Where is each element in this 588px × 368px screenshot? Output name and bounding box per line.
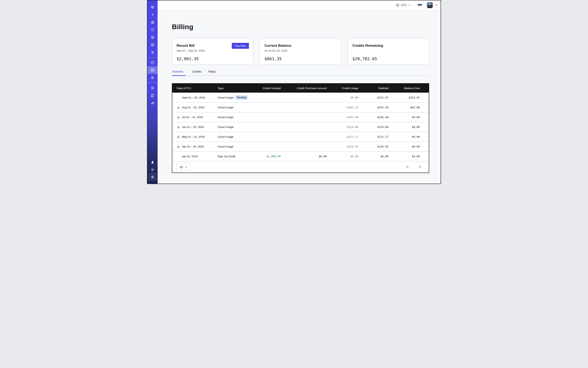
table-row: Sept 01 – 30, 2024 Cloud Usage Pending $…: [172, 93, 429, 102]
download-invoice-button[interactable]: [177, 135, 180, 138]
topbar: UTC: [158, 0, 441, 10]
download-invoice-button[interactable]: [177, 116, 180, 119]
invoice-type: Cloud Usage: [217, 135, 234, 138]
balance-due-value: $315.97: [389, 96, 420, 99]
recent-bill-card: Recent Bill Sep 01 – Sep 30, 2025 $2,061…: [172, 38, 253, 65]
user-avatar[interactable]: [427, 2, 433, 8]
invoice-date: Sept 01 – 30, 2024: [182, 96, 205, 99]
balance-due-value: $0.00: [389, 155, 420, 158]
table-row: Apr 01, 2024 Sign Up Credit $1,000.00 $0…: [172, 151, 429, 161]
balance-due-value: $42.88: [389, 106, 420, 109]
pay-now-button[interactable]: Pay Now: [232, 43, 249, 49]
sidebar-item-insights[interactable]: [147, 18, 158, 26]
app-logo-icon: [147, 3, 158, 11]
invoice-date: Jun 01 – 30, 2024: [182, 125, 204, 129]
page-title: Billing: [172, 23, 429, 31]
credit-usage-value: $0.00: [327, 96, 358, 99]
invoice-date: Aug 01 – 31, 2024: [182, 106, 204, 109]
pagination-bar: 10: [172, 161, 429, 173]
table-row: Apr 01 – 30, 2024 Cloud Usage -$126.45 $…: [172, 142, 429, 151]
card-subtitle: [353, 49, 425, 53]
previous-page-button[interactable]: [406, 165, 410, 169]
balance-due-value: $0.00: [389, 135, 420, 138]
invoice-type: Cloud Usage: [217, 106, 234, 109]
sidebar-item-settings[interactable]: [147, 74, 158, 81]
account-menu-button[interactable]: [435, 4, 438, 7]
column-header: Balance Due: [389, 87, 420, 90]
chevron-down-icon: [408, 4, 411, 7]
credits-remaining-amount: $29,782.65: [353, 56, 425, 61]
billing-tabs: Invoices Credits Plans: [172, 70, 429, 76]
tab-plans[interactable]: Plans: [208, 70, 216, 75]
credits-promo-button[interactable]: [149, 173, 156, 181]
credit-usage-value: $0.00: [327, 155, 358, 158]
tab-invoices[interactable]: Invoices: [172, 70, 186, 75]
timezone-label: UTC: [401, 3, 407, 7]
table-header-row: Date (UTC)TypeCredit GrantedCredit Purch…: [172, 84, 429, 93]
chevron-down-icon: [185, 166, 188, 168]
balance-due-value: $0.00: [389, 145, 420, 148]
sidebar-item-launch[interactable]: [147, 99, 158, 107]
credit-usage-value: -$126.45: [327, 145, 358, 148]
chevron-down-icon: [435, 4, 438, 7]
sidebar-item-usage[interactable]: [147, 59, 158, 66]
table-row: Aug 01 – 31, 2024 Cloud Usage -$282.22 $…: [172, 102, 429, 112]
table-row: May 01 – 31, 2024 Cloud Usage -$121.17 $…: [172, 132, 429, 142]
sidebar-item-layers[interactable]: [147, 33, 158, 41]
column-header: Date (UTC): [177, 87, 217, 90]
sidebar-item-labs[interactable]: [147, 158, 158, 166]
download-invoice-button[interactable]: [177, 125, 180, 129]
balance-due-value: $0.00: [389, 116, 420, 119]
subtotal-value: $121.17: [358, 135, 389, 138]
credit-granted-value: $1,000.00: [254, 155, 281, 158]
invoice-date: Apr 01, 2024: [182, 155, 198, 158]
sidebar: [147, 0, 158, 184]
column-header: Credit Granted: [254, 87, 281, 90]
download-invoice-button[interactable]: [177, 145, 180, 148]
reader-mode-button[interactable]: [417, 3, 422, 8]
sidebar-item-cube[interactable]: [147, 41, 158, 48]
subtotal-value: $325.10: [358, 106, 389, 109]
credits-remaining-card: Credits Remaining $29,782.65: [348, 38, 429, 65]
subtotal-value: $245.48: [358, 116, 389, 119]
card-title: Credits Remaining: [353, 44, 425, 48]
page-size-select[interactable]: 10: [176, 163, 191, 171]
download-icon: [177, 135, 180, 138]
app-window: UTC Billing: [147, 0, 441, 184]
sidebar-expand-button[interactable]: [147, 11, 158, 18]
sidebar-item-services[interactable]: [147, 48, 158, 56]
invoice-type: Cloud Usage: [217, 96, 234, 99]
timezone-selector[interactable]: UTC: [396, 3, 411, 7]
download-invoice-button[interactable]: [177, 106, 180, 109]
sidebar-item-billing[interactable]: [147, 66, 158, 74]
status-badge: Pending: [235, 95, 248, 100]
download-icon: [177, 116, 180, 119]
invoices-table: Date (UTC)TypeCredit GrantedCredit Purch…: [172, 83, 429, 173]
clock-icon: [396, 3, 399, 7]
recent-bill-amount: $2,061.35: [177, 56, 249, 61]
sidebar-divider: [147, 83, 158, 83]
credit-usage-value: -$121.17: [327, 135, 358, 138]
theme-toggle-sun-icon[interactable]: [147, 166, 158, 173]
table-body: Sept 01 – 30, 2024 Cloud Usage Pending $…: [172, 93, 429, 161]
subtotal-value: $126.45: [358, 145, 389, 148]
invoice-type: Sign Up Credit: [217, 155, 235, 158]
sidebar-item-docs[interactable]: [147, 92, 158, 99]
credit-usage-value: -$224.68: [327, 125, 358, 129]
billing-page: Billing Recent Bill Sep 01 – Sep 30, 202…: [158, 10, 441, 184]
sidebar-item-history[interactable]: [147, 26, 158, 33]
download-icon: [177, 125, 180, 129]
credit-usage-value: -$282.22: [327, 106, 358, 109]
invoice-date: Jul 01 – 31, 2024: [182, 116, 203, 119]
invoice-date: May 01 – 31, 2024: [182, 135, 205, 138]
invoice-date: Apr 01 – 30, 2024: [182, 145, 204, 148]
credit-usage-value: -$245.48: [327, 116, 358, 119]
tab-credits[interactable]: Credits: [192, 70, 202, 75]
summary-cards: Recent Bill Sep 01 – Sep 30, 2025 $2,061…: [172, 38, 429, 65]
current-balance-card: Current Balance As of Oct 15, 2025 $861.…: [260, 38, 341, 65]
glasses-icon: [417, 3, 422, 8]
next-page-button[interactable]: [417, 165, 421, 169]
card-subtitle: Sep 01 – Sep 30, 2025: [177, 49, 249, 53]
sidebar-item-fleet[interactable]: [147, 84, 158, 92]
download-icon: [177, 106, 180, 109]
